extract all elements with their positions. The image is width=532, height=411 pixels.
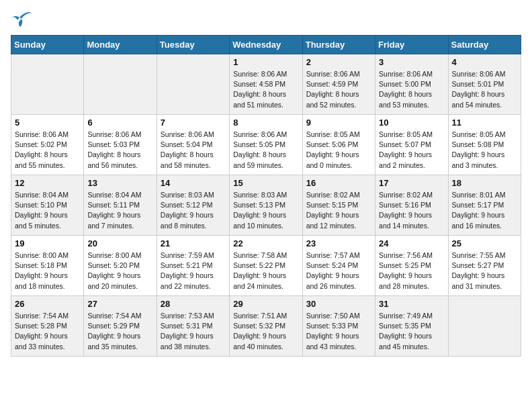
calendar-day-cell: 11Sunrise: 8:05 AM Sunset: 5:08 PM Dayli… bbox=[448, 115, 521, 175]
calendar-day-cell bbox=[157, 54, 229, 115]
calendar-day-cell: 5Sunrise: 8:06 AM Sunset: 5:02 PM Daylig… bbox=[11, 115, 84, 175]
day-number: 4 bbox=[452, 57, 517, 67]
day-info: Sunrise: 8:02 AM Sunset: 5:15 PM Dayligh… bbox=[306, 190, 371, 231]
page-header bbox=[11, 11, 521, 28]
day-number: 10 bbox=[379, 118, 444, 128]
day-info: Sunrise: 8:06 AM Sunset: 5:05 PM Dayligh… bbox=[233, 130, 298, 171]
weekday-header-saturday: Saturday bbox=[448, 36, 521, 54]
logo bbox=[11, 11, 35, 28]
calendar-week-row: 26Sunrise: 7:54 AM Sunset: 5:28 PM Dayli… bbox=[11, 296, 521, 357]
day-info: Sunrise: 8:05 AM Sunset: 5:08 PM Dayligh… bbox=[452, 130, 517, 171]
weekday-header-friday: Friday bbox=[375, 36, 448, 54]
calendar-day-cell: 19Sunrise: 8:00 AM Sunset: 5:18 PM Dayli… bbox=[11, 236, 84, 296]
day-info: Sunrise: 7:58 AM Sunset: 5:22 PM Dayligh… bbox=[233, 250, 298, 291]
day-number: 13 bbox=[87, 178, 152, 188]
day-info: Sunrise: 7:56 AM Sunset: 5:25 PM Dayligh… bbox=[379, 250, 444, 291]
day-number: 11 bbox=[452, 118, 517, 128]
day-number: 8 bbox=[233, 118, 298, 128]
day-info: Sunrise: 7:49 AM Sunset: 5:35 PM Dayligh… bbox=[379, 311, 444, 352]
calendar-day-cell: 9Sunrise: 8:05 AM Sunset: 5:06 PM Daylig… bbox=[302, 115, 375, 175]
calendar-day-cell: 30Sunrise: 7:50 AM Sunset: 5:33 PM Dayli… bbox=[302, 296, 375, 357]
day-number: 30 bbox=[306, 299, 371, 309]
day-number: 19 bbox=[15, 238, 80, 248]
calendar-table: SundayMondayTuesdayWednesdayThursdayFrid… bbox=[11, 35, 521, 357]
day-info: Sunrise: 8:06 AM Sunset: 5:02 PM Dayligh… bbox=[15, 130, 80, 171]
day-info: Sunrise: 7:53 AM Sunset: 5:31 PM Dayligh… bbox=[161, 311, 226, 352]
day-number: 17 bbox=[379, 178, 444, 188]
calendar-day-cell bbox=[448, 296, 521, 357]
calendar-day-cell: 15Sunrise: 8:03 AM Sunset: 5:13 PM Dayli… bbox=[230, 175, 302, 236]
calendar-day-cell: 17Sunrise: 8:02 AM Sunset: 5:16 PM Dayli… bbox=[375, 175, 448, 236]
day-number: 2 bbox=[306, 57, 371, 67]
calendar-day-cell: 31Sunrise: 7:49 AM Sunset: 5:35 PM Dayli… bbox=[375, 296, 448, 357]
day-number: 14 bbox=[161, 178, 226, 188]
day-info: Sunrise: 8:06 AM Sunset: 5:04 PM Dayligh… bbox=[161, 130, 226, 171]
calendar-day-cell: 20Sunrise: 8:00 AM Sunset: 5:20 PM Dayli… bbox=[84, 236, 157, 296]
day-info: Sunrise: 8:06 AM Sunset: 5:03 PM Dayligh… bbox=[87, 130, 152, 171]
calendar-day-cell: 29Sunrise: 7:51 AM Sunset: 5:32 PM Dayli… bbox=[230, 296, 302, 357]
calendar-day-cell: 27Sunrise: 7:54 AM Sunset: 5:29 PM Dayli… bbox=[84, 296, 157, 357]
day-number: 15 bbox=[233, 178, 298, 188]
calendar-day-cell: 28Sunrise: 7:53 AM Sunset: 5:31 PM Dayli… bbox=[157, 296, 229, 357]
calendar-day-cell: 22Sunrise: 7:58 AM Sunset: 5:22 PM Dayli… bbox=[230, 236, 302, 296]
day-number: 1 bbox=[233, 57, 298, 67]
day-info: Sunrise: 8:06 AM Sunset: 5:01 PM Dayligh… bbox=[452, 69, 517, 110]
day-number: 3 bbox=[379, 57, 444, 67]
calendar-day-cell: 6Sunrise: 8:06 AM Sunset: 5:03 PM Daylig… bbox=[84, 115, 157, 175]
calendar-header-row: SundayMondayTuesdayWednesdayThursdayFrid… bbox=[11, 36, 521, 54]
day-number: 9 bbox=[306, 118, 371, 128]
day-number: 7 bbox=[161, 118, 226, 128]
calendar-day-cell: 4Sunrise: 8:06 AM Sunset: 5:01 PM Daylig… bbox=[448, 54, 521, 115]
day-number: 20 bbox=[87, 238, 152, 248]
calendar-day-cell: 14Sunrise: 8:03 AM Sunset: 5:12 PM Dayli… bbox=[157, 175, 229, 236]
day-number: 28 bbox=[161, 299, 226, 309]
day-number: 22 bbox=[233, 238, 298, 248]
weekday-header-monday: Monday bbox=[84, 36, 157, 54]
day-info: Sunrise: 8:00 AM Sunset: 5:20 PM Dayligh… bbox=[87, 250, 152, 291]
day-info: Sunrise: 7:55 AM Sunset: 5:27 PM Dayligh… bbox=[452, 250, 517, 291]
day-info: Sunrise: 8:06 AM Sunset: 4:59 PM Dayligh… bbox=[306, 69, 371, 110]
day-info: Sunrise: 7:54 AM Sunset: 5:28 PM Dayligh… bbox=[15, 311, 80, 352]
calendar-day-cell: 12Sunrise: 8:04 AM Sunset: 5:10 PM Dayli… bbox=[11, 175, 84, 236]
day-number: 23 bbox=[306, 238, 371, 248]
day-info: Sunrise: 7:50 AM Sunset: 5:33 PM Dayligh… bbox=[306, 311, 371, 352]
calendar-day-cell: 13Sunrise: 8:04 AM Sunset: 5:11 PM Dayli… bbox=[84, 175, 157, 236]
weekday-header-sunday: Sunday bbox=[11, 36, 84, 54]
day-number: 27 bbox=[87, 299, 152, 309]
calendar-day-cell: 3Sunrise: 8:06 AM Sunset: 5:00 PM Daylig… bbox=[375, 54, 448, 115]
day-info: Sunrise: 8:00 AM Sunset: 5:18 PM Dayligh… bbox=[15, 250, 80, 291]
calendar-day-cell: 1Sunrise: 8:06 AM Sunset: 4:58 PM Daylig… bbox=[230, 54, 302, 115]
calendar-day-cell: 24Sunrise: 7:56 AM Sunset: 5:25 PM Dayli… bbox=[375, 236, 448, 296]
day-info: Sunrise: 7:57 AM Sunset: 5:24 PM Dayligh… bbox=[306, 250, 371, 291]
calendar-day-cell: 2Sunrise: 8:06 AM Sunset: 4:59 PM Daylig… bbox=[302, 54, 375, 115]
calendar-day-cell: 25Sunrise: 7:55 AM Sunset: 5:27 PM Dayli… bbox=[448, 236, 521, 296]
day-number: 21 bbox=[161, 238, 226, 248]
day-number: 25 bbox=[452, 238, 517, 248]
day-info: Sunrise: 8:05 AM Sunset: 5:07 PM Dayligh… bbox=[379, 130, 444, 171]
day-info: Sunrise: 8:03 AM Sunset: 5:13 PM Dayligh… bbox=[233, 190, 298, 231]
day-number: 5 bbox=[15, 118, 80, 128]
calendar-week-row: 19Sunrise: 8:00 AM Sunset: 5:18 PM Dayli… bbox=[11, 236, 521, 296]
calendar-week-row: 1Sunrise: 8:06 AM Sunset: 4:58 PM Daylig… bbox=[11, 54, 521, 115]
day-info: Sunrise: 8:04 AM Sunset: 5:10 PM Dayligh… bbox=[15, 190, 80, 231]
calendar-day-cell bbox=[84, 54, 157, 115]
calendar-day-cell: 10Sunrise: 8:05 AM Sunset: 5:07 PM Dayli… bbox=[375, 115, 448, 175]
day-number: 6 bbox=[87, 118, 152, 128]
day-number: 26 bbox=[15, 299, 80, 309]
day-info: Sunrise: 8:03 AM Sunset: 5:12 PM Dayligh… bbox=[161, 190, 226, 231]
calendar-day-cell: 8Sunrise: 8:06 AM Sunset: 5:05 PM Daylig… bbox=[230, 115, 302, 175]
calendar-day-cell: 26Sunrise: 7:54 AM Sunset: 5:28 PM Dayli… bbox=[11, 296, 84, 357]
weekday-header-wednesday: Wednesday bbox=[230, 36, 302, 54]
calendar-day-cell: 7Sunrise: 8:06 AM Sunset: 5:04 PM Daylig… bbox=[157, 115, 229, 175]
calendar-day-cell: 18Sunrise: 8:01 AM Sunset: 5:17 PM Dayli… bbox=[448, 175, 521, 236]
day-number: 16 bbox=[306, 178, 371, 188]
day-info: Sunrise: 8:05 AM Sunset: 5:06 PM Dayligh… bbox=[306, 130, 371, 171]
day-number: 29 bbox=[233, 299, 298, 309]
day-info: Sunrise: 7:59 AM Sunset: 5:21 PM Dayligh… bbox=[161, 250, 226, 291]
day-info: Sunrise: 8:04 AM Sunset: 5:11 PM Dayligh… bbox=[87, 190, 152, 231]
day-info: Sunrise: 8:06 AM Sunset: 5:00 PM Dayligh… bbox=[379, 69, 444, 110]
day-number: 24 bbox=[379, 238, 444, 248]
logo-icon bbox=[11, 11, 32, 28]
day-number: 18 bbox=[452, 178, 517, 188]
day-number: 12 bbox=[15, 178, 80, 188]
